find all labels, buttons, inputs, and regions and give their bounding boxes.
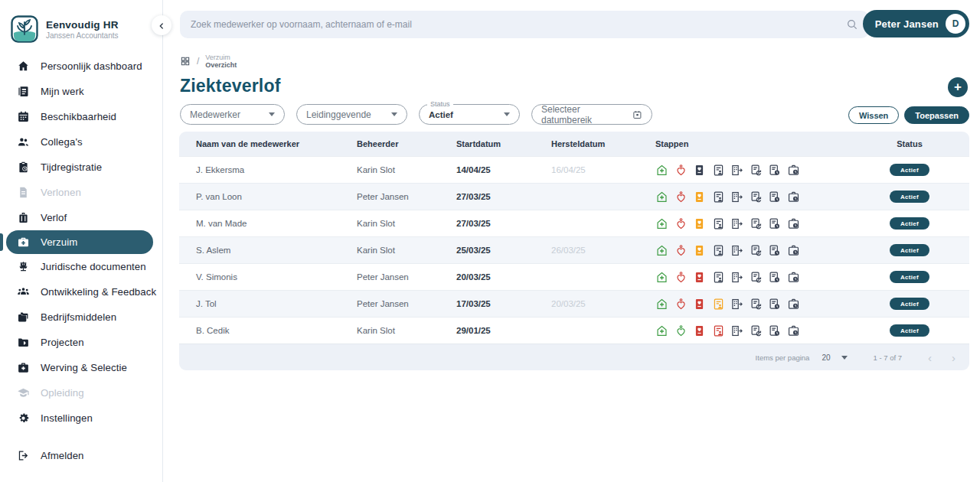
pagination-prev-button[interactable]: ‹ [928, 352, 932, 363]
building-arrow-icon[interactable] [730, 271, 743, 284]
document-heart-icon[interactable] [693, 164, 706, 177]
document-clock-icon[interactable] [768, 191, 781, 204]
document-heart-icon[interactable] [693, 324, 706, 337]
items-per-page-select[interactable]: 20 [822, 353, 847, 362]
sidebar-item-juridische-documenten[interactable]: Juridische documenten [0, 254, 162, 279]
apply-filters-button[interactable]: Toepassen [904, 106, 969, 124]
house-medical-icon[interactable] [655, 298, 668, 311]
sidebar-item-label: Verlonen [41, 187, 81, 198]
document-person-icon[interactable] [712, 271, 725, 284]
add-sick-leave-button[interactable]: + [948, 77, 968, 97]
table-row[interactable]: B. CedikKarin Slot29/01/25Actief [179, 317, 969, 344]
document-refresh-icon[interactable] [750, 271, 763, 284]
document-clock-icon[interactable] [768, 324, 781, 337]
table-row[interactable]: M. van MadeKarin Slot27/03/25Actief [179, 210, 969, 236]
document-clock-icon[interactable] [768, 244, 781, 257]
user-menu-button[interactable]: Peter Jansen D [863, 10, 969, 37]
building-arrow-icon[interactable] [730, 191, 743, 204]
clear-filters-button[interactable]: Wissen [848, 106, 899, 124]
table-row[interactable]: J. TolPeter Jansen17/03/2520/03/25Actief [179, 290, 969, 317]
document-person-icon[interactable] [712, 324, 725, 337]
sidebar-item-label: Tijdregistratie [41, 161, 102, 173]
document-refresh-icon[interactable] [750, 217, 763, 230]
document-clock-icon[interactable] [768, 271, 781, 284]
sidebar-item-verzuim[interactable]: Verzuim [6, 230, 153, 254]
document-refresh-icon[interactable] [750, 191, 763, 204]
briefcase-clock-icon[interactable] [787, 244, 800, 257]
document-heart-icon[interactable] [693, 244, 706, 257]
briefcase-clock-icon[interactable] [787, 217, 800, 230]
search-input[interactable] [180, 11, 846, 38]
house-medical-icon[interactable] [655, 164, 668, 177]
briefcase-clock-icon[interactable] [787, 324, 800, 337]
heart-person-icon[interactable] [675, 271, 688, 284]
sidebar-item-mijn-werk[interactable]: Mijn werk [0, 79, 162, 104]
dashboard-grid-icon[interactable] [180, 56, 191, 67]
pagination-next-button[interactable]: › [952, 352, 956, 363]
briefcase-clock-icon[interactable] [787, 271, 800, 284]
sidebar-item-instellingen[interactable]: Instellingen [0, 405, 162, 431]
status-filter-select[interactable]: Status Actief [419, 104, 520, 125]
sidebar-item-collega-s[interactable]: Collega's [0, 129, 162, 155]
table-row[interactable]: V. SimonisPeter Jansen20/03/25Actief [179, 263, 969, 290]
logout-icon [17, 449, 30, 462]
document-refresh-icon[interactable] [750, 324, 763, 337]
sidebar-item-werving-selectie[interactable]: Werving & Selectie [0, 355, 162, 380]
table-row[interactable]: P. van LoonPeter Jansen27/03/25Actief [179, 183, 969, 210]
sidebar-item-verlof[interactable]: Verlof [0, 205, 162, 230]
heart-person-icon[interactable] [675, 324, 688, 337]
document-heart-icon[interactable] [693, 191, 706, 204]
heart-person-icon[interactable] [675, 164, 688, 177]
sidebar-item-persoonlijk-dashboard[interactable]: Persoonlijk dashboard [0, 54, 162, 79]
employee-filter-select[interactable]: Medewerker [180, 104, 285, 125]
sidebar-item-projecten[interactable]: Projecten [0, 330, 162, 355]
sidebar-item-afmelden[interactable]: Afmelden [0, 443, 163, 468]
document-refresh-icon[interactable] [750, 298, 763, 311]
heart-person-icon[interactable] [675, 191, 688, 204]
sidebar-item-bedrijfsmiddelen[interactable]: Bedrijfsmiddelen [0, 305, 162, 330]
briefcase-clock-icon[interactable] [787, 298, 800, 311]
house-medical-icon[interactable] [655, 244, 668, 257]
heart-person-icon[interactable] [675, 298, 688, 311]
house-medical-icon[interactable] [655, 191, 668, 204]
document-person-icon[interactable] [712, 217, 725, 230]
column-header-recoverydate: Hersteldatum [551, 139, 655, 148]
document-refresh-icon[interactable] [750, 244, 763, 257]
document-person-icon[interactable] [712, 244, 725, 257]
document-lines-icon [17, 85, 30, 98]
sidebar-collapse-button[interactable] [152, 15, 172, 35]
table-row[interactable]: S. AslemKarin Slot25/03/2526/03/25Actief [179, 236, 969, 263]
briefcase-clock-icon[interactable] [787, 164, 800, 177]
document-clock-icon[interactable] [768, 217, 781, 230]
building-arrow-icon[interactable] [730, 244, 743, 257]
sidebar-item-beschikbaarheid[interactable]: Beschikbaarheid [0, 104, 162, 129]
document-clock-icon[interactable] [768, 164, 781, 177]
document-heart-icon[interactable] [693, 271, 706, 284]
heart-person-icon[interactable] [675, 244, 688, 257]
manager-filter-select[interactable]: Leidinggevende [296, 104, 407, 125]
document-heart-icon[interactable] [693, 298, 706, 311]
steps-cell [655, 164, 867, 177]
table-row[interactable]: J. EkkersmaKarin Slot14/04/2516/04/25Act… [179, 156, 969, 183]
building-arrow-icon[interactable] [730, 164, 743, 177]
sidebar-item-tijdregistratie[interactable]: Tijdregistratie [0, 155, 162, 180]
building-arrow-icon[interactable] [730, 217, 743, 230]
document-person-icon[interactable] [712, 298, 725, 311]
document-person-icon[interactable] [712, 164, 725, 177]
document-person-icon[interactable] [712, 191, 725, 204]
graduation-cap-icon [17, 386, 30, 399]
search-icon[interactable] [846, 18, 858, 31]
house-medical-icon[interactable] [655, 271, 668, 284]
house-medical-icon[interactable] [655, 324, 668, 337]
document-refresh-icon[interactable] [750, 164, 763, 177]
house-medical-icon[interactable] [655, 217, 668, 230]
building-arrow-icon[interactable] [730, 324, 743, 337]
document-clock-icon[interactable] [768, 298, 781, 311]
document-heart-icon[interactable] [693, 217, 706, 230]
building-arrow-icon[interactable] [730, 298, 743, 311]
sidebar-item-ontwikkeling-feedback[interactable]: Ontwikkeling & Feedback [0, 279, 162, 305]
breadcrumb-separator: / [197, 56, 199, 67]
heart-person-icon[interactable] [675, 217, 688, 230]
date-range-picker[interactable]: Selecteer datumbereik [531, 104, 652, 125]
briefcase-clock-icon[interactable] [787, 191, 800, 204]
